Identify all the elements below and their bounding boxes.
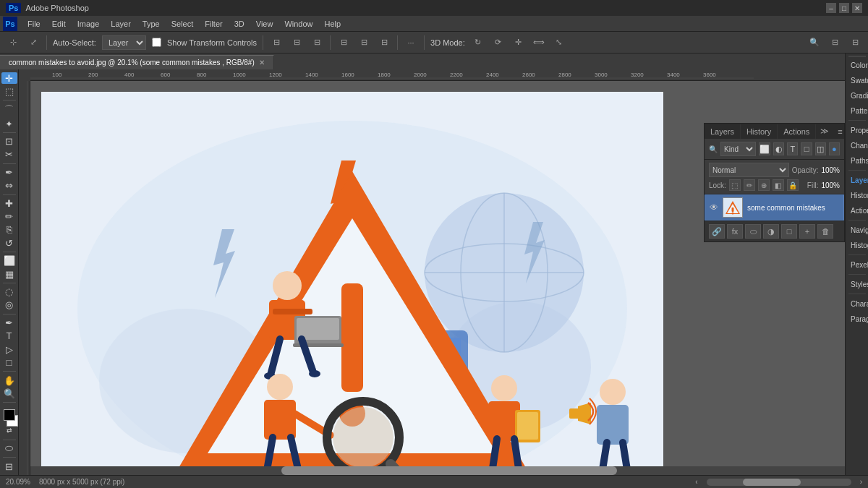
pen-tool[interactable]: ✒ <box>1 317 17 329</box>
layer-fx-btn[interactable]: fx <box>727 224 743 239</box>
panel-btn-patterns[interactable]: Patterns <box>846 103 868 118</box>
panel-btn-gradients[interactable]: Gradients <box>846 88 868 103</box>
more-options-icon[interactable]: ··· <box>404 35 418 50</box>
layer-filter-shape-icon[interactable]: □ <box>801 142 812 155</box>
menu-filter[interactable]: Filter <box>199 18 228 30</box>
panel-btn-paragraph[interactable]: ¶ Paragraph <box>846 312 868 326</box>
search-icon[interactable]: 🔍 <box>807 35 822 50</box>
zoom-level-icon[interactable]: ⊟ <box>827 35 842 50</box>
3d-slide-icon[interactable]: ⟺ <box>532 35 546 50</box>
clone-tool[interactable]: ⎘ <box>1 224 17 236</box>
bottom-scrollbar-thumb[interactable] <box>743 479 801 486</box>
eyedropper-tool[interactable]: ✒ <box>1 167 17 179</box>
menu-help[interactable]: Help <box>319 18 347 30</box>
history-brush-tool[interactable]: ↺ <box>1 237 17 249</box>
lock-art-btn[interactable]: ◧ <box>773 179 784 191</box>
panel-btn-histogram[interactable]: Histogram <box>846 238 868 252</box>
align-center-icon[interactable]: ⊟ <box>289 35 304 50</box>
layer-filter-smart-icon[interactable]: ◫ <box>815 142 826 155</box>
3d-roll-icon[interactable]: ⟳ <box>491 35 506 50</box>
tab-history[interactable]: History <box>741 124 778 139</box>
layer-new-btn[interactable]: + <box>799 224 815 239</box>
tab-layers[interactable]: Layers <box>705 124 741 139</box>
move-tool[interactable]: ✛ <box>1 72 17 84</box>
tab-close-icon[interactable]: ✕ <box>259 59 265 67</box>
layer-mask-btn[interactable]: ⬭ <box>745 224 761 239</box>
panel-btn-pexels[interactable]: Pexels <box>846 257 868 272</box>
menu-select[interactable]: Select <box>166 18 200 30</box>
zoom-tool[interactable]: 🔍 <box>1 388 17 399</box>
select-tool[interactable]: ⬚ <box>1 85 17 97</box>
close-button[interactable]: ✕ <box>852 3 862 13</box>
menu-3d[interactable]: 3D <box>229 18 250 30</box>
panel-btn-character[interactable]: A Character <box>846 296 868 311</box>
menu-window[interactable]: Window <box>278 18 318 30</box>
layer-filter-pixel-icon[interactable]: ⬜ <box>759 142 770 155</box>
layer-visibility-eye[interactable]: 👁 <box>710 202 718 213</box>
layer-link-btn[interactable]: 🔗 <box>709 224 725 239</box>
panel-btn-swatches[interactable]: Swatches <box>846 73 868 87</box>
shape-tool[interactable]: □ <box>1 356 17 368</box>
document-tab[interactable]: common mistakes to avoid.jpg @ 20.1% (so… <box>0 55 274 69</box>
lock-pos-btn[interactable]: ⊕ <box>758 179 770 191</box>
crop-tool[interactable]: ⊡ <box>1 136 17 147</box>
blend-mode-dropdown[interactable]: Normal Multiply Screen Overlay <box>709 163 789 177</box>
layer-adj-btn[interactable]: ◑ <box>763 224 779 239</box>
hand-tool[interactable]: ✋ <box>1 374 17 386</box>
layer-filter-active-icon[interactable]: ● <box>829 142 840 155</box>
lock-pixel-btn[interactable]: ⬚ <box>729 179 741 191</box>
foreground-color[interactable] <box>4 409 15 421</box>
horizontal-scrollbar[interactable] <box>30 466 868 475</box>
panel-btn-layers-active[interactable]: Layers <box>846 173 868 187</box>
menu-type[interactable]: Type <box>137 18 166 30</box>
menu-edit[interactable]: Edit <box>46 18 72 30</box>
3d-pan-icon[interactable]: ✛ <box>511 35 526 50</box>
lock-all-btn[interactable]: 🔒 <box>787 179 799 191</box>
layer-item[interactable]: 👁 some common mistakes <box>705 194 844 221</box>
layer-filter-adjust-icon[interactable]: ◐ <box>773 142 784 155</box>
panel-btn-navigator[interactable]: Navigator <box>846 223 868 237</box>
panel-btn-actions-side[interactable]: Actions <box>846 203 868 218</box>
panel-btn-channels[interactable]: Channels <box>846 138 868 153</box>
measure-tool[interactable]: ⇔ <box>1 180 17 192</box>
panel-btn-properties[interactable]: Properties <box>846 123 868 137</box>
magic-wand-tool[interactable]: ✦ <box>1 118 17 129</box>
menu-view[interactable]: View <box>250 18 279 30</box>
lock-paint-btn[interactable]: ✏ <box>744 179 755 191</box>
gradient-tool[interactable]: ▦ <box>1 268 17 280</box>
scroll-right-icon[interactable]: › <box>860 478 862 486</box>
align-right-icon[interactable]: ⊟ <box>310 35 324 50</box>
menu-layer[interactable]: Layer <box>105 18 137 30</box>
menu-file[interactable]: File <box>22 18 46 30</box>
move-tool-icon[interactable]: ⊹ <box>6 35 20 50</box>
screen-mode-icon[interactable]: ⊟ <box>1 461 17 472</box>
horizontal-scrollbar-thumb[interactable] <box>281 466 616 475</box>
kind-filter-dropdown[interactable]: Kind Name Effect <box>720 142 756 156</box>
scroll-left-icon[interactable]: ‹ <box>695 478 697 486</box>
panel-btn-color[interactable]: Color <box>846 58 868 72</box>
3d-rotate-icon[interactable]: ↻ <box>471 35 485 50</box>
brush-tool[interactable]: ✏ <box>1 211 17 223</box>
distribute-icon[interactable]: ⊟ <box>336 35 351 50</box>
eraser-tool[interactable]: ⬜ <box>1 255 17 267</box>
minimize-button[interactable]: – <box>826 3 836 13</box>
distribute3-icon[interactable]: ⊟ <box>377 35 391 50</box>
menu-image[interactable]: Image <box>72 18 106 30</box>
auto-select-dropdown[interactable]: Layer Group <box>102 35 146 50</box>
distribute2-icon[interactable]: ⊟ <box>357 35 371 50</box>
path-tool[interactable]: ▷ <box>1 343 17 355</box>
quick-mask-icon[interactable]: ⬭ <box>1 442 17 454</box>
healing-tool[interactable]: ✚ <box>1 198 17 210</box>
bottom-scrollbar[interactable] <box>707 479 851 486</box>
panel-btn-paths[interactable]: Paths <box>846 153 868 168</box>
arrange-icon[interactable]: ⊟ <box>848 35 862 50</box>
blur-tool[interactable]: ◌ <box>1 286 17 298</box>
slice-tool[interactable]: ✂ <box>1 149 17 160</box>
layer-filter-text-icon[interactable]: T <box>787 142 798 155</box>
dodge-tool[interactable]: ◎ <box>1 299 17 311</box>
text-tool[interactable]: T <box>1 330 17 342</box>
panel-btn-history-side[interactable]: History <box>846 188 868 202</box>
lasso-tool[interactable]: ⌒ <box>1 103 17 116</box>
panel-expand-btn[interactable]: ≫ <box>816 124 833 139</box>
tab-actions[interactable]: Actions <box>778 124 816 139</box>
